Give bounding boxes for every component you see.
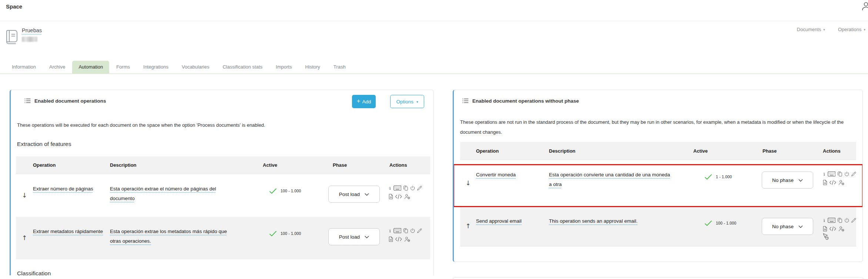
tab-integrations[interactable]: Integrations [137, 61, 175, 73]
panel-title: Enabled document operations without phas… [472, 98, 579, 104]
user-settings-icon[interactable] [838, 180, 844, 185]
info-icon[interactable]: i [389, 228, 392, 233]
file-icon[interactable] [389, 194, 393, 199]
code-icon[interactable] [829, 180, 837, 185]
operation-link[interactable]: Convertir moneda [476, 172, 516, 177]
info-icon[interactable]: i [823, 217, 826, 223]
panel-title: Enabled document operations [34, 98, 106, 104]
move-down-button[interactable]: ↓ [465, 180, 470, 186]
add-button[interactable]: + Add [352, 95, 376, 108]
power-icon[interactable] [844, 171, 849, 177]
phase-select[interactable]: No phase [762, 218, 813, 235]
options-button[interactable]: Options ▾ [390, 95, 424, 108]
file-icon[interactable] [389, 236, 393, 242]
menu-documents[interactable]: Documents ▾ [797, 27, 825, 32]
keyboard-icon[interactable] [393, 228, 402, 233]
edit-icon[interactable] [851, 171, 857, 177]
edit-icon[interactable] [417, 185, 422, 191]
operation-link[interactable]: Extraer número de páginas [33, 186, 93, 192]
tab-vocabularies[interactable]: Vocabularies [175, 61, 215, 73]
space-name-link[interactable]: Pruebas [22, 27, 42, 33]
edit-icon[interactable] [417, 228, 422, 233]
operation-row-extraer-metadatos-r-pidamente: ↑ Extraer metadatos rápidamente Esta ope… [16, 217, 430, 259]
chevron-down-icon [798, 179, 803, 182]
move-down-button[interactable]: ↓ [22, 192, 27, 199]
col-actions: Actions [819, 148, 856, 154]
topbar: Space [0, 0, 868, 21]
copy-icon[interactable] [403, 228, 408, 233]
phase-value: No phase [772, 177, 794, 183]
tab-forms[interactable]: Forms [110, 61, 136, 73]
chevron-down-icon [798, 225, 803, 228]
move-up-button[interactable]: ↑ [465, 223, 470, 229]
menu-operations[interactable]: Operations ▾ [838, 27, 865, 32]
tab-archive[interactable]: Archive [43, 61, 71, 73]
code-icon[interactable] [395, 236, 402, 242]
info-icon[interactable]: i [823, 171, 826, 177]
code-icon[interactable] [829, 226, 837, 232]
caret-down-icon: ▾ [416, 100, 418, 104]
tab-history[interactable]: History [299, 61, 326, 73]
operation-description-link[interactable]: This operation sends an approval email. [549, 218, 637, 224]
panel-description: These operations will be executed for ea… [11, 120, 433, 130]
keyboard-icon[interactable] [828, 217, 836, 223]
user-settings-icon[interactable] [404, 236, 410, 242]
phase-select[interactable]: Post load [328, 186, 380, 203]
copy-icon[interactable] [403, 185, 408, 191]
edit-icon[interactable] [851, 217, 857, 223]
move-up-button[interactable]: ↑ [22, 235, 27, 241]
keyboard-icon[interactable] [393, 185, 402, 191]
main-content: Enabled document operations + Add Option… [10, 90, 868, 275]
operation-link[interactable]: Send approval email [476, 218, 522, 224]
list-icon [24, 98, 31, 104]
code-icon[interactable] [395, 194, 402, 199]
app-screen: Space Pruebas Documents ▾ [0, 0, 868, 279]
section-heading-extraction: Extraction of features [17, 141, 433, 147]
phase-select[interactable]: No phase [762, 172, 813, 189]
col-description: Description [549, 148, 688, 154]
redacted-text [22, 37, 37, 42]
operation-description-link[interactable]: Esta operación extrae el número de págin… [110, 186, 216, 201]
space-name-block: Pruebas [22, 26, 42, 61]
operation-row-extraer-n-mero-de-p-ginas: ↓ Extraer número de páginas Esta operaci… [16, 174, 430, 217]
tab-classification-stats[interactable]: Classification stats [216, 61, 269, 73]
operation-description-link[interactable]: Esta operación convierte una cantidad de… [549, 172, 670, 187]
power-icon[interactable] [844, 217, 849, 223]
operations-table: Operation Description Active Phase Actio… [16, 156, 430, 259]
svg-text:i: i [389, 186, 391, 191]
tab-imports[interactable]: Imports [269, 61, 298, 73]
tab-automation[interactable]: Automation [72, 61, 109, 73]
caret-down-icon: ▾ [823, 28, 825, 31]
space-header: Pruebas Documents ▾ Operations ▾ [0, 21, 868, 61]
active-range: 100 - 1.000 [281, 231, 301, 236]
active-check-icon [704, 220, 712, 226]
copy-icon[interactable] [837, 217, 842, 223]
file-icon[interactable] [823, 226, 827, 232]
tab-trash[interactable]: Trash [327, 61, 352, 73]
table-rows: ↓ Extraer número de páginas Esta operaci… [16, 174, 430, 259]
busy-cursor-artifact [822, 233, 829, 240]
operation-link[interactable]: Extraer metadatos rápidamente [33, 229, 103, 234]
user-settings-icon[interactable] [838, 226, 844, 232]
keyboard-icon[interactable] [828, 171, 836, 177]
phase-value: Post load [339, 234, 360, 240]
file-icon[interactable] [823, 180, 827, 185]
row-actions: i [389, 228, 425, 242]
user-icon[interactable] [861, 1, 868, 11]
active-check-icon [269, 230, 277, 237]
info-icon[interactable]: i [389, 185, 392, 191]
section-heading-classification: Classification [17, 270, 433, 275]
power-icon[interactable] [410, 185, 415, 191]
col-operation: Operation [476, 148, 549, 154]
enabled-operations-panel: Enabled document operations + Add Option… [10, 90, 434, 275]
phase-select[interactable]: Post load [328, 228, 380, 245]
operation-description-link[interactable]: Esta operación extrae los metadatos más … [110, 229, 227, 244]
tab-information[interactable]: Information [6, 61, 42, 73]
copy-icon[interactable] [837, 171, 842, 177]
operation-row-convertir-moneda: ↓ Convertir moneda Esta operación convie… [460, 160, 856, 206]
power-icon[interactable] [410, 228, 415, 233]
list-icon [462, 98, 469, 104]
phase-value: No phase [772, 224, 794, 229]
plus-icon: + [357, 97, 361, 105]
user-settings-icon[interactable] [404, 194, 410, 199]
